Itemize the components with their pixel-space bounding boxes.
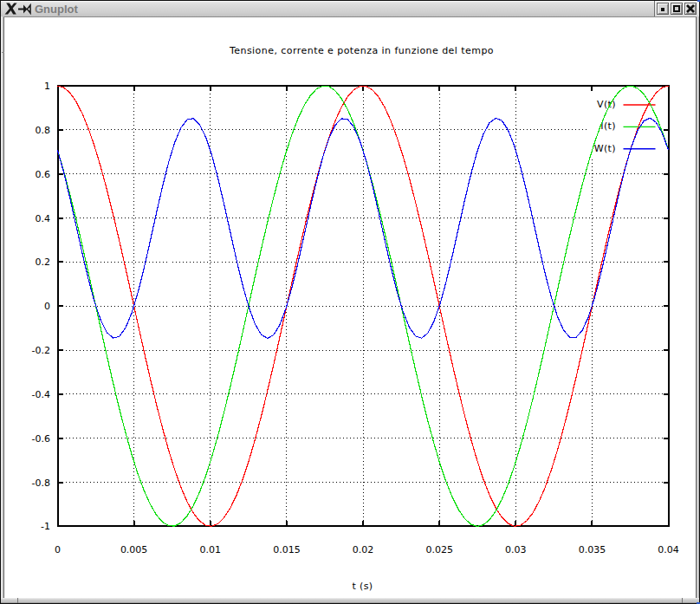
window-frame-outline xyxy=(0,0,700,604)
gnuplot-window: 00.0050.010.0150.020.0250.030.0350.0410.… xyxy=(0,0,700,604)
